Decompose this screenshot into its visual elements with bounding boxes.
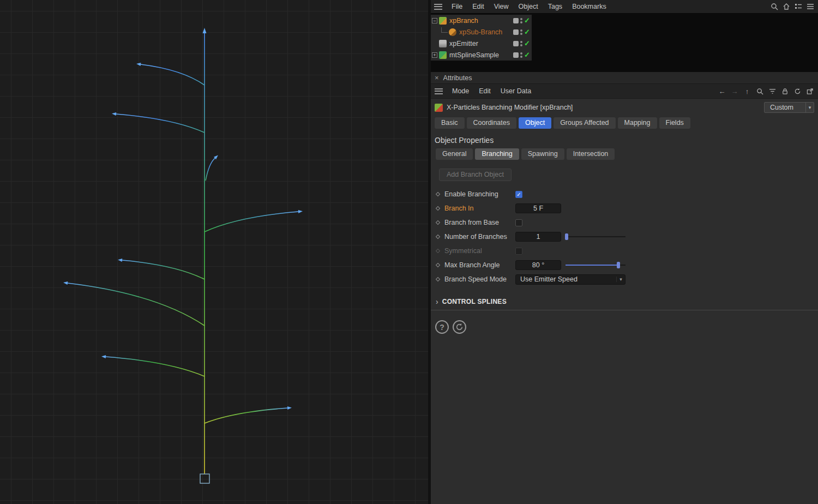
enabled-check-icon[interactable]: ✓ [524,40,530,47]
preset-value: Custom [765,104,805,111]
visibility-dots-icon[interactable] [520,29,522,35]
back-arrow-icon[interactable]: ← [718,87,726,95]
om-item-label[interactable]: xpEmitter [449,40,478,47]
property-enable-branching: Enable Branching✓ [431,190,630,198]
up-arrow-icon[interactable]: ↑ [743,87,751,95]
tag-icon[interactable] [513,18,519,23]
attr-menu-user-data[interactable]: User Data [496,87,536,95]
menu-bookmarks[interactable]: Bookmarks [567,3,611,10]
chevron-down-icon[interactable]: ▾ [805,103,814,112]
symmetrical-checkbox[interactable] [515,248,522,255]
lock-icon[interactable] [780,87,789,95]
add-branch-object-button[interactable]: Add Branch Object [439,169,512,181]
max-branch-angle-slider[interactable] [566,261,625,269]
history-icon[interactable] [793,87,802,95]
subtab-spawning[interactable]: Spawning [521,148,564,160]
forward-arrow-icon[interactable]: → [730,87,739,95]
tree-connector [441,27,448,33]
application-window: FileEditViewObjectTagsBookmarks −xpBranc… [0,0,818,504]
menu-file[interactable]: File [447,3,467,10]
viewport[interactable] [0,0,428,504]
enabled-check-icon[interactable]: ✓ [524,28,530,35]
object-subtabs: GeneralBranchingSpawningIntersection [431,148,818,161]
close-icon[interactable]: × [435,74,439,82]
om-row-xpemitter[interactable]: xpEmitter✓ [431,38,532,49]
enabled-check-icon[interactable]: ✓ [524,17,530,24]
subtab-branching[interactable]: Branching [475,148,519,160]
expander-icon[interactable]: − [432,18,437,23]
popout-icon[interactable] [805,87,814,95]
tab-object[interactable]: Object [519,117,551,129]
attr-menu-mode[interactable]: Mode [447,87,474,95]
visibility-dots-icon[interactable] [520,18,522,23]
om-row-xpsub-branch[interactable]: xpSub-Branch✓ [431,26,532,38]
visibility-dots-icon[interactable] [520,41,522,46]
subtab-intersection[interactable]: Intersection [567,148,615,160]
help-icon[interactable]: ? [435,320,449,334]
dropdown-value: Use Emitter Speed [516,275,616,283]
tab-coordinates[interactable]: Coordinates [467,117,516,129]
object-manager-rows: −xpBranch✓xpSub-Branch✓xpEmitter✓+mtSpli… [431,14,818,72]
search-icon[interactable] [770,2,779,11]
om-row-mtsplinesample[interactable]: +mtSplineSample✓ [431,49,532,61]
om-row-xpbranch[interactable]: −xpBranch✓ [431,15,532,26]
filter-icon[interactable] [768,87,777,95]
expander-icon[interactable]: + [432,52,437,58]
preset-dropdown[interactable]: Custom ▾ [764,102,814,113]
number-of-branches-input[interactable]: 1 [515,232,561,242]
om-item-label[interactable]: mtSplineSample [449,51,499,59]
property-branch-in: Branch In5 F [431,203,630,213]
property-diamond-icon [436,249,440,253]
property-label: Enable Branching [444,190,515,198]
property-label: Number of Branches [444,233,515,241]
property-number-of-branches: Number of Branches1 [431,232,630,242]
branch-from-base-checkbox[interactable] [515,219,522,226]
tag-icon[interactable] [513,29,519,35]
attr-menu-edit[interactable]: Edit [474,87,496,95]
chevron-down-icon[interactable]: ▾ [616,277,625,282]
search-icon[interactable] [755,87,764,95]
om-item-label[interactable]: xpBranch [449,17,478,25]
attributes-header: × Attributes [431,72,818,84]
tab-basic[interactable]: Basic [435,117,465,129]
subtab-general[interactable]: General [436,148,473,160]
tab-fields[interactable]: Fields [659,117,690,129]
chevron-right-icon[interactable]: › [436,298,438,305]
home-icon[interactable] [782,2,791,11]
tag-icon[interactable] [513,52,519,58]
enable-branching-checkbox[interactable]: ✓ [515,191,522,198]
property-row: Branch Speed ModeUse Emitter Speed▾Branc… [431,272,818,286]
menu-object[interactable]: Object [514,3,543,10]
menu-icon[interactable] [806,2,815,11]
menu-view[interactable]: View [489,3,514,10]
property-diamond-icon [436,277,440,281]
property-label: Symmetrical [444,247,515,255]
tab-groups-affected[interactable]: Groups Affected [554,117,615,129]
control-splines-section[interactable]: › CONTROL SPLINES [431,295,818,310]
om-item-label[interactable]: xpSub-Branch [459,28,502,36]
tab-mapping[interactable]: Mapping [618,117,657,129]
hamburger-menu-icon[interactable] [435,88,443,94]
enabled-check-icon[interactable]: ✓ [524,51,530,58]
slider-handle[interactable] [617,262,620,268]
hamburger-menu-icon[interactable] [434,4,442,10]
menu-edit[interactable]: Edit [467,3,489,10]
property-row: Enable Branching✓Legacy Mode [431,187,818,201]
slider-handle[interactable] [565,233,568,240]
tag-icon[interactable] [513,41,519,46]
property-label: Branch Speed Mode [444,275,515,283]
layer-list-icon[interactable] [794,2,803,11]
branch-speed-mode-dropdown[interactable]: Use Emitter Speed▾ [515,274,625,285]
attributes-panel-title: Attributes [443,74,472,82]
section-title: Object Properties [431,131,818,148]
reload-icon[interactable] [453,320,466,334]
attr-menu: ModeEditUser Data [447,87,536,95]
property-max-branch-angle: Max Branch Angle80 ° [431,260,630,270]
visibility-dots-icon[interactable] [520,52,522,58]
topbar-icons [770,2,815,11]
attribute-tabs: BasicCoordinatesObjectGroups AffectedMap… [431,116,818,131]
menu-tags[interactable]: Tags [543,3,567,10]
branch-in-input[interactable]: 5 F [515,203,561,213]
max-branch-angle-input[interactable]: 80 ° [515,260,561,270]
number-of-branches-slider[interactable] [566,233,625,241]
